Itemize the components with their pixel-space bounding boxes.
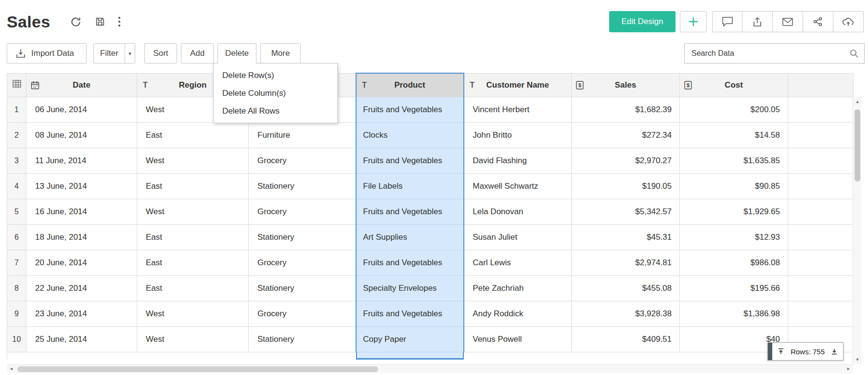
empty-cell[interactable] — [788, 97, 854, 122]
date-cell[interactable]: 11 June, 2014 — [26, 148, 137, 173]
cost-cell[interactable]: $1,929.65 — [680, 199, 788, 224]
product-cell[interactable]: Fruits and Vegetables — [356, 250, 464, 275]
category-cell[interactable]: Stationery — [249, 275, 356, 301]
region-cell[interactable]: East — [137, 224, 249, 250]
region-cell[interactable]: West — [137, 148, 249, 173]
cost-cell[interactable]: $1,635.85 — [680, 148, 788, 173]
add-new-button[interactable] — [680, 11, 707, 32]
empty-cell[interactable] — [788, 173, 854, 199]
product-cell[interactable]: Specialty Envelopes — [356, 275, 464, 301]
date-cell[interactable]: 20 June, 2014 — [26, 250, 137, 275]
sales-cell[interactable]: $190.05 — [572, 173, 680, 199]
export-button[interactable] — [742, 11, 773, 32]
date-cell[interactable]: 25 June, 2014 — [26, 326, 137, 352]
empty-cell[interactable] — [788, 301, 854, 326]
sales-cell[interactable]: $409.51 — [572, 326, 680, 352]
filter-caret-button[interactable]: ▾ — [125, 43, 135, 64]
scroll-up-arrow[interactable]: ▲ — [853, 99, 862, 104]
region-cell[interactable]: East — [137, 275, 249, 301]
product-cell[interactable]: Copy Paper — [356, 326, 464, 352]
empty-cell[interactable] — [788, 224, 854, 250]
date-cell[interactable]: 06 June, 2014 — [26, 97, 137, 122]
import-data-button[interactable]: Import Data — [7, 43, 87, 64]
row-number-cell[interactable]: 2 — [7, 122, 26, 148]
cost-cell[interactable]: $200.05 — [680, 97, 788, 122]
product-cell[interactable]: Fruits and Vegetables — [356, 199, 464, 224]
category-cell[interactable]: Stationery — [249, 326, 356, 352]
add-button[interactable]: Add — [181, 43, 214, 64]
empty-cell[interactable] — [788, 199, 854, 224]
column-header-date[interactable]: Date — [26, 73, 137, 97]
date-cell[interactable]: 18 June, 2014 — [26, 224, 137, 250]
sales-cell[interactable]: $1,682.39 — [572, 97, 680, 122]
customer-name-cell[interactable]: Carl Lewis — [464, 250, 572, 275]
customer-name-cell[interactable]: John Britto — [464, 122, 572, 148]
customer-name-cell[interactable]: Susan Juliet — [464, 224, 572, 250]
cost-cell[interactable]: $14.58 — [680, 122, 788, 148]
region-cell[interactable]: East — [137, 250, 249, 275]
sales-cell[interactable]: $272.34 — [572, 122, 680, 148]
customer-name-cell[interactable]: Maxwell Schwartz — [464, 173, 572, 199]
cost-cell[interactable]: $12.93 — [680, 224, 788, 250]
product-cell[interactable]: Fruits and Vegetables — [356, 97, 464, 122]
vertical-scroll-thumb[interactable] — [855, 109, 860, 181]
region-cell[interactable]: West — [137, 301, 249, 326]
save-button[interactable] — [94, 15, 106, 28]
sort-button[interactable]: Sort — [144, 43, 177, 64]
delete-button[interactable]: Delete — [217, 43, 256, 64]
product-cell[interactable]: Fruits and Vegetables — [356, 148, 464, 173]
badge-handle[interactable] — [768, 343, 772, 360]
row-number-cell[interactable]: 6 — [7, 224, 26, 250]
empty-cell[interactable] — [788, 275, 854, 301]
sales-cell[interactable]: $3,928.38 — [572, 301, 680, 326]
scroll-left-arrow[interactable]: ◄ — [9, 366, 13, 371]
region-cell[interactable]: East — [137, 122, 249, 148]
customer-name-cell[interactable]: David Flashing — [464, 148, 572, 173]
product-cell[interactable]: Art Supplies — [356, 224, 464, 250]
sales-cell[interactable]: $45.31 — [572, 224, 680, 250]
product-cell[interactable]: File Labels — [356, 173, 464, 199]
empty-cell[interactable] — [788, 148, 854, 173]
date-cell[interactable]: 13 June, 2014 — [26, 173, 137, 199]
customer-name-cell[interactable]: Lela Donovan — [464, 199, 572, 224]
date-cell[interactable]: 08 June, 2014 — [26, 122, 137, 148]
email-button[interactable] — [773, 11, 803, 32]
cost-cell[interactable]: $195.66 — [680, 275, 788, 301]
more-options-button[interactable] — [117, 15, 122, 28]
horizontal-scroll-thumb[interactable] — [17, 366, 378, 372]
column-header-sales[interactable]: $ Sales — [572, 73, 680, 97]
row-number-cell[interactable]: 3 — [7, 148, 26, 173]
jump-to-bottom-button[interactable] — [826, 348, 843, 355]
product-cell[interactable]: Fruits and Vegetables — [356, 301, 464, 326]
date-cell[interactable]: 23 June, 2014 — [26, 301, 137, 326]
share-button[interactable] — [803, 11, 833, 32]
column-header-empty[interactable] — [788, 73, 854, 97]
row-number-cell[interactable]: 7 — [7, 250, 26, 275]
customer-name-cell[interactable]: Vincent Herbert — [464, 97, 572, 122]
menu-item-delete-columns[interactable]: Delete Column(s) — [214, 84, 337, 102]
filter-button[interactable]: Filter — [93, 43, 125, 64]
row-number-cell[interactable]: 5 — [7, 199, 26, 224]
category-cell[interactable]: Stationery — [249, 173, 356, 199]
horizontal-scrollbar[interactable]: ◄ ► — [7, 364, 853, 373]
customer-name-cell[interactable]: Venus Powell — [464, 326, 572, 352]
menu-item-delete-rows[interactable]: Delete Row(s) — [214, 66, 337, 84]
column-header-customer-name[interactable]: T Customer Name — [464, 73, 572, 97]
publish-button[interactable] — [833, 11, 864, 32]
empty-cell[interactable] — [788, 250, 854, 275]
more-button[interactable]: More — [260, 43, 301, 64]
sales-cell[interactable]: $2,974.81 — [572, 250, 680, 275]
column-header-cost[interactable]: $ Cost — [680, 73, 788, 97]
row-number-cell[interactable]: 9 — [7, 301, 26, 326]
date-cell[interactable]: 16 June, 2014 — [26, 199, 137, 224]
row-number-cell[interactable]: 8 — [7, 275, 26, 301]
sales-cell[interactable]: $5,342.57 — [572, 199, 680, 224]
cost-cell[interactable]: $90.85 — [680, 173, 788, 199]
vertical-scrollbar[interactable]: ▲ ▼ — [853, 97, 861, 364]
scroll-right-arrow[interactable]: ► — [846, 366, 851, 371]
column-header-product[interactable]: T Product — [356, 73, 464, 97]
scroll-down-arrow[interactable]: ▼ — [853, 357, 862, 362]
date-cell[interactable]: 22 June, 2014 — [26, 275, 137, 301]
category-cell[interactable]: Stationery — [249, 224, 356, 250]
row-number-cell[interactable]: 10 — [7, 326, 26, 352]
